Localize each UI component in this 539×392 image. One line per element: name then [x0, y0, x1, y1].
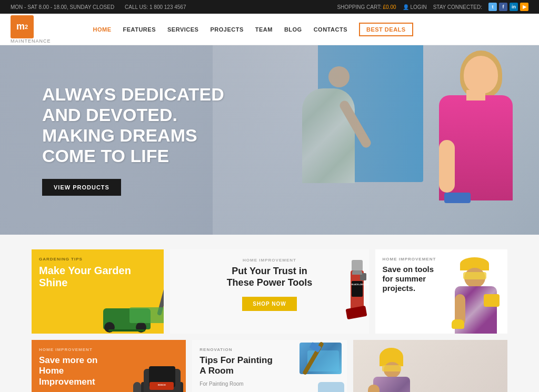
logo[interactable]: m2 [11, 15, 34, 38]
nav-best-deals[interactable]: BEST DEALS [359, 23, 413, 36]
social-icons: t f in ▶ [488, 3, 528, 11]
rss-icon[interactable]: ▶ [520, 3, 528, 11]
power-tools-shop-button[interactable]: SHOP NOW [242, 297, 296, 311]
power-tools-category: HOME IMPROVEMENT [243, 258, 296, 263]
cards-row-1: GARDENING TIPS Make Your Garden Shine [32, 249, 507, 334]
nav-contacts[interactable]: CONTACTS [314, 26, 347, 33]
home-improvement-content: HOME IMPROVEMENT Save more on Home Impro… [32, 340, 116, 392]
summer-card-content: HOME IMPROVEMENT Save on tools for summe… [375, 249, 448, 305]
top-bar: MON - SAT 8.00 - 18.00, SUNDAY CLOSED CA… [0, 0, 539, 14]
logo-tagline: MAINTENANCE [11, 38, 51, 44]
top-bar-left: MON - SAT 8.00 - 18.00, SUNDAY CLOSED CA… [11, 4, 186, 10]
user-icon: 👤 [403, 4, 409, 10]
nav-bar: m2 MAINTENANCE HOME FEATURES SERVICES PR… [0, 14, 539, 45]
garden-card-title: Make Your Garden Shine [39, 265, 156, 289]
cards-row-2: HOME IMPROVEMENT Save more on Home Impro… [32, 340, 507, 392]
logo-block: m2 MAINTENANCE [11, 15, 51, 44]
hero-content: ALWAYS DEDICATED AND DEVOTED. MAKING DRE… [0, 84, 224, 196]
facebook-icon[interactable]: f [499, 3, 507, 11]
power-tools-card: HOME IMPROVEMENT Put Your Trust in These… [170, 249, 368, 334]
cart-link[interactable]: £0.00 [383, 4, 396, 10]
power-tools-card-content: HOME IMPROVEMENT Put Your Trust in These… [170, 249, 368, 319]
home-improvement-title: Save more on Home Improvement [39, 355, 109, 387]
home-improvement-category: HOME IMPROVEMENT [39, 347, 109, 352]
view-products-button[interactable]: VIEW PRODUCTS [42, 179, 121, 196]
router-icon: BOSCH [125, 350, 186, 392]
painting-icon [284, 340, 347, 392]
stay-connected-text: STAY CONNECTED: [433, 4, 482, 10]
summer-card-title: Save on tools for summer projects. [383, 265, 441, 293]
login-link[interactable]: 👤 LOGIN [403, 4, 427, 10]
painting-room-subtitle: For Painting Room [199, 381, 277, 387]
garden-card-category: GARDENING TIPS [39, 257, 156, 262]
painting-room-content: RENOVATION Tips For Painting A Room For … [192, 340, 285, 392]
nav-projects[interactable]: PROJECTS [210, 26, 243, 33]
nav-team[interactable]: TEAM [255, 26, 273, 33]
phone-text: CALL US: 1 800 123 4567 [125, 4, 186, 10]
power-tools-title: Put Your Trust in These Power Tools [222, 266, 317, 288]
painting-room-card: RENOVATION Tips For Painting A Room For … [192, 340, 346, 392]
nav-blog[interactable]: BLOG [284, 26, 302, 33]
painting-room-title: Tips For Painting A Room [199, 355, 277, 377]
summer-card-category: HOME IMPROVEMENT [383, 257, 441, 262]
hero-section: ALWAYS DEDICATED AND DEVOTED. MAKING DRE… [0, 45, 539, 235]
nav-services[interactable]: SERVICES [167, 26, 198, 33]
twitter-icon[interactable]: t [488, 3, 497, 11]
summer-projects-card: HOME IMPROVEMENT Save on tools for summe… [375, 249, 507, 334]
nav-home[interactable]: HOME [93, 26, 112, 33]
main-nav: HOME FEATURES SERVICES PROJECTS TEAM BLO… [93, 23, 528, 36]
nav-features[interactable]: FEATURES [123, 26, 156, 33]
cart-text: SHOPPING CART: £0.00 [337, 4, 396, 10]
painting-room-category: RENOVATION [199, 347, 277, 352]
cards-section: GARDENING TIPS Make Your Garden Shine [0, 235, 539, 392]
garden-card-content: GARDENING TIPS Make Your Garden Shine [32, 249, 164, 300]
tools-card-6 [353, 340, 507, 392]
card6-bg [353, 340, 507, 392]
linkedin-icon[interactable]: in [510, 3, 518, 11]
garden-card: GARDENING TIPS Make Your Garden Shine [32, 249, 164, 334]
schedule-text: MON - SAT 8.00 - 18.00, SUNDAY CLOSED [11, 4, 114, 10]
hero-title: ALWAYS DEDICATED AND DEVOTED. MAKING DRE… [42, 84, 224, 166]
home-improvement-card: HOME IMPROVEMENT Save more on Home Impro… [32, 340, 186, 392]
top-bar-right: SHOPPING CART: £0.00 👤 LOGIN STAY CONNEC… [337, 3, 528, 11]
